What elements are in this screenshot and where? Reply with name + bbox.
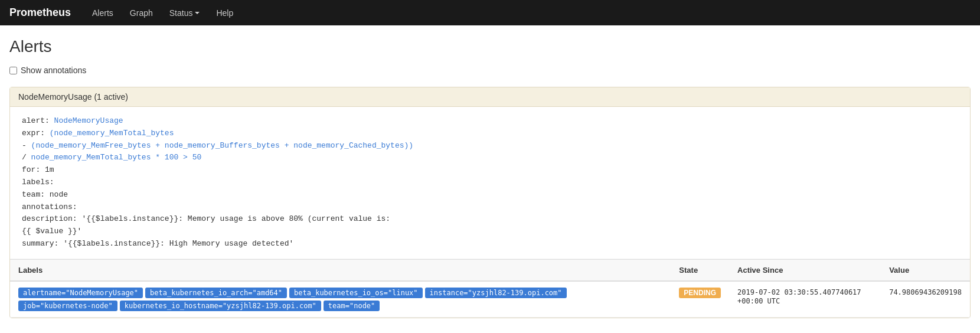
labels-table: Labels State Active Since Value alertnam…	[10, 259, 970, 318]
rule-value-description: '{{$labels.instance}}: Memory usage is a…	[81, 214, 390, 223]
navbar-brand[interactable]: Prometheus	[9, 6, 71, 19]
active-since-value: 2019-07-02 03:30:55.407740617 +00:00 UTC	[737, 288, 861, 305]
rule-key-div: /	[22, 153, 31, 162]
rule-line-for: for: 1m	[22, 164, 958, 177]
rule-key-value: {{	[22, 227, 35, 236]
state-badge: PENDING	[679, 288, 721, 298]
rule-value-alert[interactable]: NodeMemoryUsage	[54, 116, 123, 125]
rule-line-description: description: '{{$labels.instance}}: Memo…	[22, 213, 958, 226]
rule-line-alert: alert: NodeMemoryUsage	[22, 115, 958, 128]
rule-key-team: team:	[22, 190, 50, 199]
rule-line-expr2: - (node_memory_MemFree_bytes + node_memo…	[22, 140, 958, 152]
label-tag: beta_kubernetes_io_os="linux"	[289, 288, 423, 298]
rule-line-expr: expr: (node_memory_MemTotal_bytes	[22, 128, 958, 140]
rule-value-expr[interactable]: (node_memory_MemTotal_bytes	[50, 129, 174, 138]
rule-line-expr3: / node_memory_MemTotal_bytes * 100 > 50	[22, 152, 958, 164]
nav-status-label: Status	[169, 8, 193, 18]
label-tag: team="node"	[324, 301, 380, 311]
rule-line-labels: labels:	[22, 177, 958, 189]
dropdown-caret-icon	[195, 12, 200, 14]
nav-alerts[interactable]: Alerts	[85, 5, 120, 21]
value-cell: 74.98069436209198	[881, 281, 970, 318]
rule-value-value: $value }}'	[35, 227, 81, 236]
col-state: State	[671, 259, 729, 281]
nav-links: Alerts Graph Status Help	[85, 5, 240, 21]
rule-key-annotations: annotations:	[22, 203, 77, 211]
alert-group-count: (1 active)	[94, 92, 128, 102]
nav-status[interactable]: Status	[162, 5, 207, 21]
show-annotations-label[interactable]: Show annotations	[9, 66, 971, 75]
alert-value: 74.98069436209198	[889, 288, 962, 296]
label-tag: alertname="NodeMemoryUsage"	[18, 288, 143, 298]
alert-group-name: NodeMemoryUsage	[18, 92, 92, 102]
state-cell: PENDING	[671, 281, 729, 318]
rule-value-for: 1m	[45, 165, 54, 174]
label-tags: alertname="NodeMemoryUsage"beta_kubernet…	[18, 288, 662, 311]
table-row: alertname="NodeMemoryUsage"beta_kubernet…	[10, 281, 970, 318]
table-header-row: Labels State Active Since Value	[10, 259, 970, 281]
alert-group: NodeMemoryUsage (1 active) alert: NodeMe…	[9, 87, 971, 318]
rule-line-annotations: annotations:	[22, 201, 958, 214]
rule-key-minus: -	[22, 141, 31, 150]
rule-key-expr: expr:	[22, 129, 50, 138]
rule-key-description: description:	[22, 214, 81, 223]
rule-key-labels: labels:	[22, 178, 54, 187]
rule-key-alert: alert:	[22, 116, 54, 125]
active-since-cell: 2019-07-02 03:30:55.407740617 +00:00 UTC	[729, 281, 881, 318]
rule-value-team: node	[50, 190, 68, 199]
alert-group-header: NodeMemoryUsage (1 active)	[10, 87, 970, 107]
show-annotations-checkbox[interactable]	[9, 67, 17, 74]
rule-key-for: for:	[22, 165, 45, 174]
show-annotations-text: Show annotations	[21, 66, 86, 75]
label-tag: kubernetes_io_hostname="yzsjhl82-139.opi…	[120, 301, 321, 311]
nav-help[interactable]: Help	[209, 5, 240, 21]
rule-value-div[interactable]: node_memory_MemTotal_bytes * 100 > 50	[31, 153, 202, 162]
label-tag: beta_kubernetes_io_arch="amd64"	[145, 288, 287, 298]
rule-value-minus[interactable]: (node_memory_MemFree_bytes + node_memory…	[31, 141, 414, 150]
main-content: Alerts Show annotations NodeMemoryUsage …	[0, 25, 980, 333]
col-active-since: Active Since	[729, 259, 881, 281]
rule-key-summary: summary:	[22, 239, 63, 248]
rule-line-value: {{ $value }}'	[22, 226, 958, 238]
labels-table-container: Labels State Active Since Value alertnam…	[10, 259, 970, 318]
rule-value-summary: '{{$labels.instance}}: High Memory usage…	[63, 239, 293, 248]
rule-line-summary: summary: '{{$labels.instance}}: High Mem…	[22, 238, 958, 250]
labels-cell: alertname="NodeMemoryUsage"beta_kubernet…	[10, 281, 671, 318]
col-labels: Labels	[10, 259, 671, 281]
label-tag: instance="yzsjhl82-139.opi.com"	[425, 288, 567, 298]
col-value: Value	[881, 259, 970, 281]
rule-line-team: team: node	[22, 189, 958, 201]
navbar: Prometheus Alerts Graph Status Help	[0, 0, 980, 25]
alert-rule-box: alert: NodeMemoryUsage expr: (node_memor…	[10, 107, 970, 259]
nav-graph[interactable]: Graph	[123, 5, 160, 21]
label-tag: job="kubernetes-node"	[18, 301, 117, 311]
page-title: Alerts	[9, 37, 971, 56]
